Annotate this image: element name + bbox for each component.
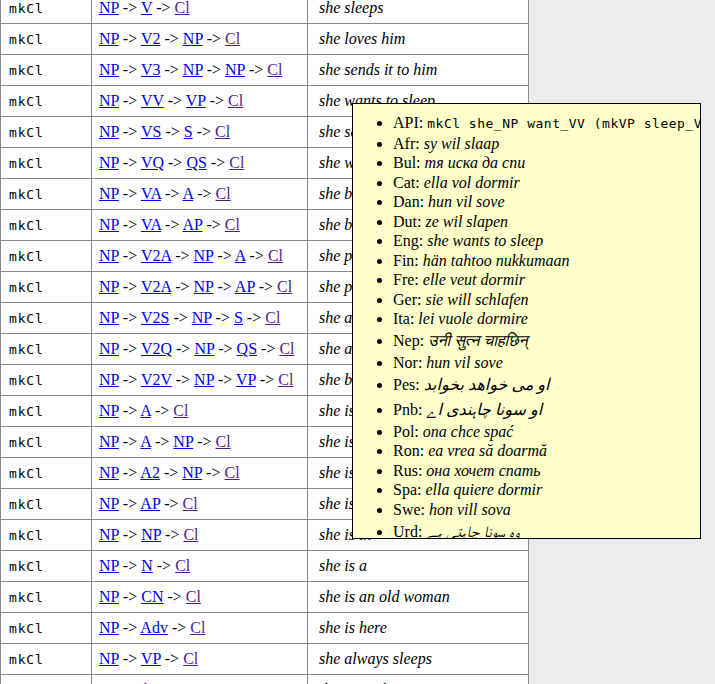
category-link[interactable]: NP: [99, 402, 119, 419]
category-link[interactable]: NP: [99, 30, 119, 47]
category-link[interactable]: NP: [99, 340, 119, 357]
category-link[interactable]: NP: [182, 464, 202, 481]
function-name-cell: mkCl: [1, 613, 92, 644]
category-link[interactable]: NP: [99, 123, 119, 140]
category-link[interactable]: Cl: [183, 495, 198, 512]
category-link[interactable]: QS: [237, 340, 257, 357]
translation-text: elle veut dormir: [423, 271, 525, 288]
category-link[interactable]: NP: [99, 526, 119, 543]
category-link[interactable]: VP: [236, 371, 256, 388]
category-link[interactable]: NP: [194, 371, 214, 388]
category-link[interactable]: Cl: [268, 247, 283, 264]
category-link[interactable]: Cl: [183, 650, 198, 667]
category-link[interactable]: Cl: [267, 61, 282, 78]
category-link[interactable]: NP: [173, 433, 193, 450]
category-link[interactable]: Cl: [278, 371, 293, 388]
language-code: Ron:: [393, 442, 428, 459]
category-link[interactable]: NP: [99, 309, 119, 326]
category-link[interactable]: Cl: [225, 216, 240, 233]
rule-cell: NP -> A -> NP -> Cl: [92, 427, 308, 458]
category-link[interactable]: NP: [99, 371, 119, 388]
language-code: Dan:: [393, 193, 428, 210]
category-link[interactable]: VQ: [141, 154, 164, 171]
category-link[interactable]: AP: [183, 216, 203, 233]
category-link[interactable]: NP: [225, 61, 245, 78]
category-link[interactable]: NP: [99, 433, 119, 450]
category-link[interactable]: Cl: [173, 402, 188, 419]
category-link[interactable]: V2A: [141, 247, 171, 264]
category-link[interactable]: A: [235, 247, 246, 264]
category-link[interactable]: Cl: [225, 30, 240, 47]
category-link[interactable]: VA: [141, 185, 161, 202]
category-link[interactable]: VV: [141, 92, 164, 109]
category-link[interactable]: V2V: [141, 371, 172, 388]
category-link[interactable]: NP: [183, 61, 203, 78]
category-link[interactable]: Cl: [190, 619, 205, 636]
function-name-cell: mkCl: [1, 644, 92, 675]
category-link[interactable]: Cl: [229, 154, 244, 171]
category-link[interactable]: A: [183, 185, 194, 202]
category-link[interactable]: Adv: [140, 619, 168, 636]
category-link[interactable]: NP: [99, 154, 119, 171]
category-link[interactable]: V2: [141, 30, 161, 47]
category-link[interactable]: AP: [140, 495, 160, 512]
category-link[interactable]: V2A: [141, 278, 171, 295]
category-link[interactable]: NP: [99, 247, 119, 264]
category-link[interactable]: V2S: [141, 309, 169, 326]
category-link[interactable]: V2Q: [141, 340, 172, 357]
category-link[interactable]: Cl: [175, 557, 190, 574]
arrow-separator: ->: [151, 433, 173, 450]
arrow-separator: ->: [256, 371, 278, 388]
translation-text: тя иска да спи: [425, 154, 526, 171]
category-link[interactable]: A2: [140, 464, 160, 481]
language-code: Swe:: [393, 501, 429, 518]
translation-item: Ron: ea vrea să doarmă: [393, 441, 696, 461]
category-link[interactable]: VP: [141, 650, 161, 667]
category-link[interactable]: V: [141, 0, 152, 16]
category-link[interactable]: NP: [99, 588, 119, 605]
category-link[interactable]: Cl: [175, 0, 190, 16]
category-link[interactable]: Cl: [279, 340, 294, 357]
category-link[interactable]: Cl: [265, 309, 280, 326]
category-link[interactable]: AP: [235, 278, 255, 295]
category-link[interactable]: NP: [141, 526, 161, 543]
category-link[interactable]: Cl: [216, 185, 231, 202]
category-link[interactable]: VA: [141, 216, 161, 233]
category-link[interactable]: VP: [186, 92, 206, 109]
category-link[interactable]: Cl: [215, 123, 230, 140]
category-link[interactable]: VS: [141, 123, 161, 140]
category-link[interactable]: NP: [99, 185, 119, 202]
category-link[interactable]: A: [140, 433, 151, 450]
category-link[interactable]: NP: [194, 278, 214, 295]
category-link[interactable]: Cl: [216, 433, 231, 450]
category-link[interactable]: NP: [99, 650, 119, 667]
category-link[interactable]: NP: [194, 340, 214, 357]
translation-text: sie will schlafen: [425, 291, 528, 308]
category-link[interactable]: NP: [99, 92, 119, 109]
category-link[interactable]: Cl: [224, 464, 239, 481]
category-link[interactable]: A: [140, 402, 151, 419]
category-link[interactable]: S: [234, 309, 243, 326]
category-link[interactable]: NP: [183, 30, 203, 47]
category-link[interactable]: NP: [99, 0, 119, 16]
category-link[interactable]: NP: [99, 278, 119, 295]
rule-cell: NP -> A -> Cl: [92, 396, 308, 427]
category-link[interactable]: NP: [99, 61, 119, 78]
category-link[interactable]: NP: [99, 495, 119, 512]
category-link[interactable]: NP: [194, 247, 214, 264]
category-link[interactable]: NP: [99, 619, 119, 636]
category-link[interactable]: Cl: [183, 526, 198, 543]
category-link[interactable]: NP: [192, 309, 212, 326]
category-link[interactable]: QS: [186, 154, 206, 171]
category-link[interactable]: NP: [99, 557, 119, 574]
category-link[interactable]: NP: [99, 464, 119, 481]
category-link[interactable]: S: [184, 123, 193, 140]
category-link[interactable]: CN: [141, 588, 163, 605]
category-link[interactable]: Cl: [186, 588, 201, 605]
category-link[interactable]: NP: [99, 216, 119, 233]
category-link[interactable]: V3: [141, 61, 161, 78]
category-link[interactable]: Cl: [228, 92, 243, 109]
category-link[interactable]: Cl: [277, 278, 292, 295]
category-link[interactable]: N: [141, 557, 153, 574]
translation-text: او سونا چاہندی اے: [426, 401, 542, 418]
